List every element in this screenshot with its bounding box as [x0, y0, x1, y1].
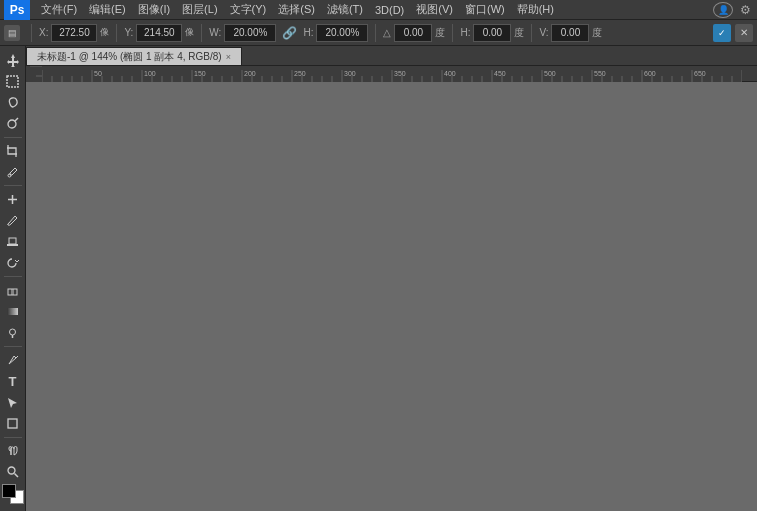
zoom-tool[interactable]: [2, 462, 24, 482]
x-px-unit: 像: [100, 26, 109, 39]
w-label: W:: [209, 27, 221, 38]
y-px-unit: 像: [185, 26, 194, 39]
svg-text:650: 650: [694, 70, 706, 77]
shape-tool[interactable]: [2, 413, 24, 433]
svg-text:100: 100: [144, 70, 156, 77]
hand-tool[interactable]: [2, 441, 24, 461]
svg-text:200: 200: [244, 70, 256, 77]
ps-logo: Ps: [4, 0, 30, 20]
y-group: Y: 像: [124, 24, 194, 42]
angle-input[interactable]: [394, 24, 432, 42]
marquee-tool[interactable]: [2, 71, 24, 91]
angle-unit: 度: [435, 26, 445, 40]
svg-point-16: [8, 467, 15, 474]
menu-help[interactable]: 帮助(H): [512, 1, 559, 18]
menu-image[interactable]: 图像(I): [133, 1, 175, 18]
healing-tool[interactable]: [2, 189, 24, 209]
tab-bar: 未标题-1 @ 144% (椭圆 1 副本 4, RGB/8) ×: [26, 46, 757, 66]
h2-unit: 度: [514, 26, 524, 40]
svg-marker-0: [7, 54, 19, 67]
canvas-with-rulers: /* ruler ticks drawn below */ 5010015020…: [26, 66, 757, 82]
x-group: X: 像: [39, 24, 109, 42]
h-label: H:: [303, 27, 313, 38]
left-toolbar: T: [0, 46, 26, 511]
menu-filter[interactable]: 滤镜(T): [322, 1, 368, 18]
stamp-tool[interactable]: [2, 232, 24, 252]
menu-edit[interactable]: 编辑(E): [84, 1, 131, 18]
top-ruler-svg: 5010015020025030035040045050055060065070…: [42, 66, 742, 82]
h2-group: H: 度: [460, 24, 524, 42]
menu-3d[interactable]: 3D(D): [370, 3, 409, 17]
svg-text:250: 250: [294, 70, 306, 77]
settings-icon: ⚙: [737, 2, 753, 18]
svg-text:300: 300: [344, 70, 356, 77]
svg-text:400: 400: [444, 70, 456, 77]
cancel-button[interactable]: ✕: [735, 24, 753, 42]
w-group: W:: [209, 24, 276, 42]
menu-file[interactable]: 文件(F): [36, 1, 82, 18]
svg-line-17: [15, 474, 19, 478]
svg-rect-19: [26, 66, 42, 82]
quick-select-tool[interactable]: [2, 114, 24, 134]
dodge-tool[interactable]: [2, 323, 24, 343]
svg-text:550: 550: [594, 70, 606, 77]
lasso-tool[interactable]: [2, 92, 24, 112]
crop-tool[interactable]: [2, 141, 24, 161]
x-input[interactable]: [51, 24, 97, 42]
svg-text:50: 50: [94, 70, 102, 77]
path-select-tool[interactable]: [2, 392, 24, 412]
foreground-swatch[interactable]: [2, 484, 16, 498]
v-label: V:: [539, 27, 548, 38]
main-layout: T 未标题-1 @ 144% (椭圆 1 副本 4, RGB/8) ×: [0, 46, 757, 511]
brush-tool[interactable]: [2, 210, 24, 230]
svg-text:450: 450: [494, 70, 506, 77]
options-toolbar: ▤ X: 像 Y: 像 W: 🔗 H: △ 度 H: 度 V: 度 ✓: [0, 20, 757, 46]
move-tool[interactable]: [2, 50, 24, 70]
type-icon: T: [9, 374, 17, 389]
type-tool[interactable]: T: [2, 371, 24, 391]
svg-line-14: [16, 356, 18, 358]
eyedropper-tool[interactable]: [2, 162, 24, 182]
history-brush-tool[interactable]: [2, 253, 24, 273]
h2-input[interactable]: [473, 24, 511, 42]
gradient-tool[interactable]: [2, 301, 24, 321]
w-input[interactable]: [224, 24, 276, 42]
menu-text[interactable]: 文字(Y): [225, 1, 272, 18]
angle-group: △ 度: [383, 24, 445, 42]
svg-rect-15: [8, 419, 17, 428]
angle-label: △: [383, 27, 391, 38]
h-input[interactable]: [316, 24, 368, 42]
h-group: H:: [303, 24, 368, 42]
svg-text:350: 350: [394, 70, 406, 77]
x-label: X:: [39, 27, 48, 38]
eraser-tool[interactable]: [2, 280, 24, 300]
svg-rect-7: [9, 238, 16, 244]
top-ruler: 5010015020025030035040045050055060065070…: [42, 66, 757, 82]
menu-window[interactable]: 窗口(W): [460, 1, 510, 18]
menu-view[interactable]: 视图(V): [411, 1, 458, 18]
tab-label: 未标题-1 @ 144% (椭圆 1 副本 4, RGB/8): [37, 50, 222, 64]
svg-line-3: [15, 118, 18, 121]
v-input[interactable]: [551, 24, 589, 42]
menu-select[interactable]: 选择(S): [273, 1, 320, 18]
left-ruler-ticks: 50100150200250300350400450: [26, 66, 42, 82]
h2-label: H:: [460, 27, 470, 38]
tool-mode-icon: ▤: [4, 25, 20, 41]
svg-text:500: 500: [544, 70, 556, 77]
svg-rect-8: [7, 244, 18, 246]
canvas-scroll[interactable]: 5010015020025030035040045050055060065070…: [42, 66, 757, 82]
pen-tool[interactable]: [2, 350, 24, 370]
menu-bar: Ps 文件(F) 编辑(E) 图像(I) 图层(L) 文字(Y) 选择(S) 滤…: [0, 0, 757, 20]
document-tab[interactable]: 未标题-1 @ 144% (椭圆 1 副本 4, RGB/8) ×: [26, 47, 242, 65]
svg-rect-11: [7, 308, 18, 315]
user-icon: 👤: [713, 2, 733, 18]
left-ruler: /* ruler ticks drawn below */ 5010015020…: [26, 66, 42, 82]
svg-rect-10: [11, 289, 14, 295]
commit-button[interactable]: ✓: [713, 24, 731, 42]
link-icon[interactable]: 🔗: [282, 26, 297, 40]
svg-rect-1: [7, 76, 18, 87]
tab-close-button[interactable]: ×: [226, 52, 231, 62]
color-swatches[interactable]: [2, 484, 24, 504]
y-input[interactable]: [136, 24, 182, 42]
menu-layer[interactable]: 图层(L): [177, 1, 222, 18]
